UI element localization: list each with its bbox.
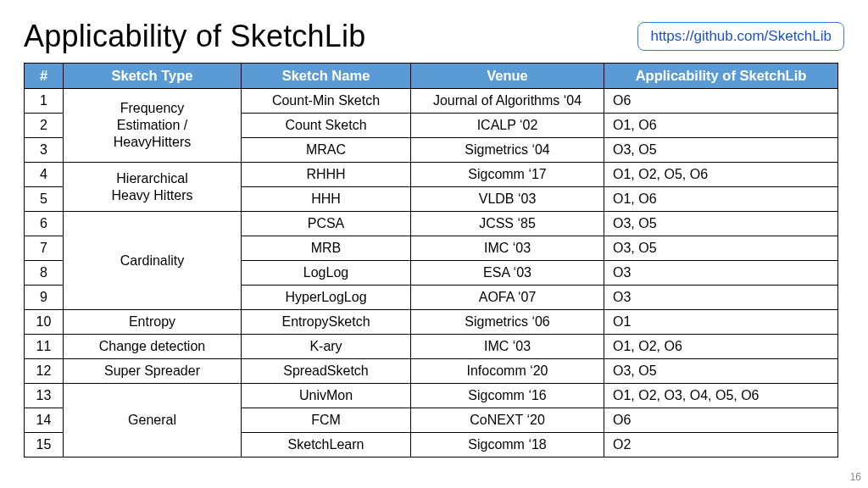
cell-applicability: O2 (604, 433, 838, 458)
cell-venue: Journal of Algorithms ‘04 (411, 89, 604, 114)
cell-applicability: O3, O5 (604, 359, 838, 384)
cell-name: HHH (242, 187, 411, 212)
cell-name: RHHH (242, 163, 411, 187)
github-link[interactable]: https://github.com/SketchLib (637, 22, 844, 51)
table-row: 10EntropyEntropySketchSigmetrics ‘06O1 (25, 310, 838, 335)
cell-name: SketchLearn (242, 433, 411, 458)
cell-venue: JCSS ‘85 (411, 212, 604, 236)
cell-venue: Sigcomm ‘17 (411, 163, 604, 187)
cell-num: 6 (25, 212, 64, 236)
cell-venue: Infocomm ‘20 (411, 359, 604, 384)
cell-applicability: O1, O2, O3, O4, O5, O6 (604, 384, 838, 408)
cell-venue: AOFA ‘07 (411, 286, 604, 310)
cell-num: 12 (25, 359, 64, 384)
cell-name: PCSA (242, 212, 411, 236)
cell-applicability: O1, O2, O5, O6 (604, 163, 838, 187)
cell-num: 8 (25, 261, 64, 286)
cell-venue: Sigcomm ‘18 (411, 433, 604, 458)
cell-type: FrequencyEstimation /HeavyHitters (64, 89, 242, 163)
col-venue: Venue (411, 64, 604, 89)
cell-num: 2 (25, 114, 64, 138)
cell-name: EntropySketch (242, 310, 411, 335)
col-num: # (25, 64, 64, 89)
cell-name: Count Sketch (242, 114, 411, 138)
cell-type: HierarchicalHeavy Hitters (64, 163, 242, 212)
cell-applicability: O6 (604, 408, 838, 433)
cell-type: General (64, 384, 242, 458)
col-name: Sketch Name (242, 64, 411, 89)
cell-venue: Sigmetrics ‘06 (411, 310, 604, 335)
table-row: 12Super SpreaderSpreadSketchInfocomm ‘20… (25, 359, 838, 384)
cell-applicability: O1 (604, 310, 838, 335)
cell-venue: VLDB ‘03 (411, 187, 604, 212)
table-row: 1FrequencyEstimation /HeavyHittersCount-… (25, 89, 838, 114)
page-number: 16 (850, 471, 861, 483)
table-row: 13GeneralUnivMonSigcomm ‘16O1, O2, O3, O… (25, 384, 838, 408)
cell-type: Cardinality (64, 212, 242, 310)
cell-name: MRB (242, 236, 411, 261)
cell-num: 1 (25, 89, 64, 114)
cell-applicability: O1, O6 (604, 187, 838, 212)
cell-type: Entropy (64, 310, 242, 335)
cell-venue: Sigmetrics ‘04 (411, 138, 604, 163)
cell-name: Count-Min Sketch (242, 89, 411, 114)
table-row: 4HierarchicalHeavy HittersRHHHSigcomm ‘1… (25, 163, 838, 187)
cell-name: SpreadSketch (242, 359, 411, 384)
cell-num: 13 (25, 384, 64, 408)
table-row: 6CardinalityPCSAJCSS ‘85O3, O5 (25, 212, 838, 236)
cell-name: HyperLogLog (242, 286, 411, 310)
cell-num: 7 (25, 236, 64, 261)
cell-applicability: O1, O6 (604, 114, 838, 138)
cell-name: LogLog (242, 261, 411, 286)
cell-type: Change detection (64, 335, 242, 359)
cell-num: 3 (25, 138, 64, 163)
cell-applicability: O3 (604, 261, 838, 286)
col-app: Applicability of SketchLib (604, 64, 838, 89)
cell-applicability: O6 (604, 89, 838, 114)
cell-venue: IMC ‘03 (411, 236, 604, 261)
cell-venue: ICALP ‘02 (411, 114, 604, 138)
col-type: Sketch Type (64, 64, 242, 89)
cell-num: 4 (25, 163, 64, 187)
page-title: Applicability of SketchLib (24, 19, 365, 54)
table-header-row: # Sketch Type Sketch Name Venue Applicab… (25, 64, 838, 89)
cell-venue: IMC ‘03 (411, 335, 604, 359)
cell-num: 9 (25, 286, 64, 310)
cell-venue: ESA ‘03 (411, 261, 604, 286)
cell-name: K-ary (242, 335, 411, 359)
sketch-table: # Sketch Type Sketch Name Venue Applicab… (24, 63, 838, 458)
cell-num: 14 (25, 408, 64, 433)
cell-applicability: O3, O5 (604, 212, 838, 236)
cell-num: 5 (25, 187, 64, 212)
cell-applicability: O1, O2, O6 (604, 335, 838, 359)
cell-num: 15 (25, 433, 64, 458)
cell-applicability: O3, O5 (604, 236, 838, 261)
cell-num: 11 (25, 335, 64, 359)
cell-applicability: O3, O5 (604, 138, 838, 163)
cell-name: UnivMon (242, 384, 411, 408)
cell-name: MRAC (242, 138, 411, 163)
cell-venue: Sigcomm ‘16 (411, 384, 604, 408)
cell-type: Super Spreader (64, 359, 242, 384)
table-row: 11Change detectionK-aryIMC ‘03O1, O2, O6 (25, 335, 838, 359)
cell-venue: CoNEXT ‘20 (411, 408, 604, 433)
cell-applicability: O3 (604, 286, 838, 310)
cell-name: FCM (242, 408, 411, 433)
cell-num: 10 (25, 310, 64, 335)
